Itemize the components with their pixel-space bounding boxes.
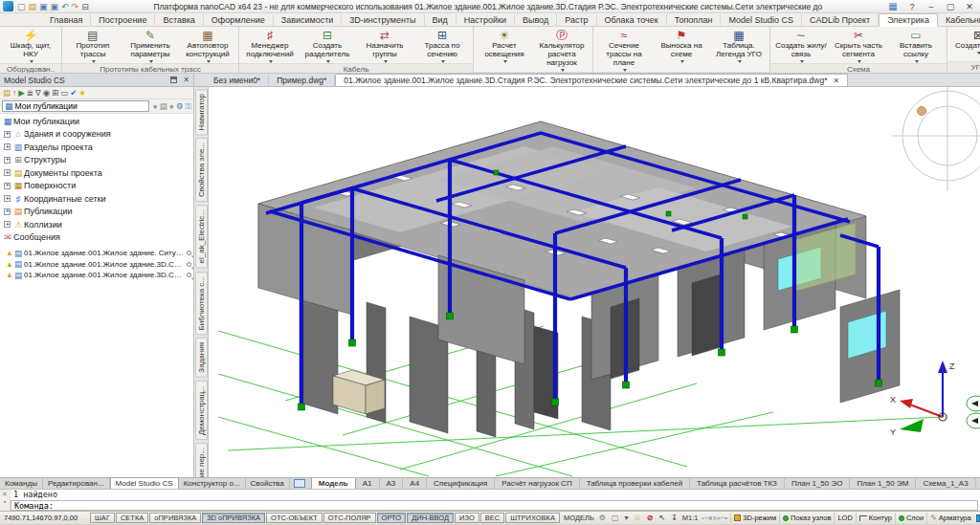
status-toggle-button[interactable]: СЕТКА <box>116 513 148 523</box>
side-tab[interactable]: el_ak_Electric... <box>195 205 208 268</box>
status-toggle-button[interactable]: ШТРИХОВКА <box>505 513 560 523</box>
ribbon-button[interactable]: ≈ Сечение трассы на плане <box>595 28 653 72</box>
tree-item[interactable]: ♯ Координатные сетки <box>2 192 193 206</box>
panel-combo-button[interactable]: ⚙ <box>176 101 184 112</box>
status-icon[interactable]: ▾ <box>623 514 631 522</box>
layout-tab[interactable]: Расчёт нагрузок СП <box>495 478 579 489</box>
side-tab[interactable]: Навигатор <box>195 89 208 135</box>
ribbon-button[interactable]: ✂ Скрыть часть сегмента <box>830 28 887 63</box>
ribbon-button[interactable]: ▤ Прототип трассы <box>64 28 122 63</box>
panel-combo-button[interactable]: ▤ <box>160 101 167 112</box>
layout-tab[interactable]: План 1_50 ЭМ <box>850 478 916 489</box>
ribbon-tab[interactable]: Топоплан <box>667 14 722 26</box>
minimize-button[interactable]: – <box>925 2 937 11</box>
panel-toolbar-icon[interactable]: ▭ <box>60 88 68 98</box>
publications-combo[interactable]: ▦ <box>2 100 149 112</box>
ribbon-button[interactable]: ⊟ Создать разделитель <box>299 28 356 63</box>
status-toggle-button[interactable]: 3D оПРИВЯЗКА <box>202 513 265 523</box>
ribbon-tab[interactable]: 3D-инструменты <box>342 14 424 26</box>
status-toggle-button[interactable]: ИЗО <box>455 513 479 523</box>
scale-indicator[interactable]: М1:1 <box>679 514 702 522</box>
panel-toolbar-icon[interactable]: ∇ <box>35 88 41 98</box>
clear-history-icon[interactable]: ✕ <box>2 491 8 498</box>
panel-toggle-icon[interactable] <box>294 479 305 488</box>
tree-item[interactable]: ⌂ Здания и сооружения <box>2 128 193 142</box>
keyboard-icon[interactable]: ▪ <box>4 498 6 505</box>
ribbon-button[interactable]: ⊠ Создать УГО <box>949 28 980 61</box>
panel-toolbar-icon[interactable]: ▤ <box>3 88 11 98</box>
panel-toolbar-icon[interactable]: ✔ <box>70 88 77 98</box>
tree-item[interactable]: ▦ Поверхности <box>2 180 193 193</box>
ribbon-button[interactable]: ⇄ Назначить группы <box>356 28 413 63</box>
status-icon[interactable]: ↖ <box>657 514 667 522</box>
status-toggle-button[interactable]: ОТС-ПОЛЯР <box>323 513 376 523</box>
command-input[interactable] <box>11 501 977 510</box>
document-list-item[interactable]: ▲ ▤ 01.Жилое здание.001.Жилое здание.3D.… <box>6 270 193 281</box>
maximize-button[interactable]: ▢ <box>945 2 956 11</box>
ribbon-button[interactable]: Ⓟ Калькулятор расчета нагрузок <box>533 28 590 72</box>
status-toggle-button[interactable]: ОРТО <box>377 513 407 523</box>
panel-toolbar-icon[interactable]: ≣ <box>27 88 33 98</box>
layout-tab[interactable]: План 1_50 ЭО <box>785 478 851 489</box>
side-tab[interactable]: Текущие пер... <box>195 443 208 477</box>
quick-access-icon[interactable]: ▤ <box>29 2 37 11</box>
quick-access-icon[interactable]: ▣ <box>51 2 59 11</box>
ribbon-tab[interactable]: Зависимости <box>274 14 343 26</box>
side-tab[interactable]: Библиотека с... <box>195 272 208 335</box>
expand-icon[interactable] <box>4 208 11 215</box>
expand-icon[interactable] <box>4 157 11 164</box>
workspace-icon[interactable]: ▦ <box>887 1 899 11</box>
side-tab[interactable]: Демонстрац... <box>195 381 208 440</box>
ribbon-button[interactable]: ▭ Вставить ссылку <box>887 28 945 63</box>
ribbon-tab[interactable]: Настройки <box>457 14 515 26</box>
expand-icon[interactable] <box>4 221 11 228</box>
ribbon-tab[interactable]: Вставка <box>155 14 203 26</box>
pin-icon[interactable] <box>170 77 177 83</box>
panel-toolbar-icon[interactable]: ↑ <box>12 88 16 98</box>
quick-access-icon[interactable]: ▢ <box>17 2 26 11</box>
status-icon[interactable]: ⊘ <box>645 514 656 522</box>
layout-tab[interactable]: Модель <box>311 478 356 489</box>
ribbon-button[interactable]: ⊞ Трасса по сечению <box>413 28 471 63</box>
tree-item[interactable]: ▥ Разделы проекта <box>2 141 193 154</box>
document-tab[interactable]: Без имени0* <box>206 75 269 86</box>
side-tab[interactable]: Задания <box>195 338 208 378</box>
layout-tab[interactable]: Таблица расчётов ТКЗ <box>690 478 785 489</box>
tree-item[interactable]: ✉ Сообщения <box>2 231 193 245</box>
view-rotate-buttons[interactable] <box>967 396 980 428</box>
tree-item[interactable]: ⚠ Коллизии <box>2 218 193 231</box>
status-toggle-button[interactable]: ВЕС <box>480 513 504 523</box>
status-mode-button[interactable]: ✎ Арматура <box>926 513 974 524</box>
navigation-wheel[interactable] <box>892 87 980 191</box>
status-mode-button[interactable]: Слои <box>895 513 926 524</box>
key-icon[interactable]: ⚿ <box>186 101 191 112</box>
ribbon-tab[interactable]: Растр <box>557 14 596 26</box>
panel-toolbar-icon[interactable]: ◉ <box>43 88 50 98</box>
magnifier-icon[interactable] <box>187 273 191 277</box>
status-toggle-button[interactable]: ДИН-ВВОД <box>407 513 454 523</box>
ribbon-tab[interactable]: Model Studio CS <box>721 14 802 26</box>
ribbon-button[interactable]: ▦ Автоповтор конструкций <box>179 28 236 63</box>
status-icon[interactable]: ☉ <box>633 514 643 522</box>
status-mode-button[interactable]: 3D-режим <box>730 513 779 524</box>
status-toggle-button[interactable]: ОТС-ОБЪЕКТ <box>266 513 323 523</box>
view-tools[interactable] <box>702 513 731 524</box>
ribbon-button[interactable]: ▦ Таблица. Легенда УГО <box>710 28 768 72</box>
layout-tab[interactable]: Спецификация <box>427 478 495 489</box>
layout-tab[interactable]: Схема_2_А3 <box>976 478 980 489</box>
ribbon-tab[interactable]: Оформление <box>204 14 274 26</box>
quick-access-icon[interactable]: ↶ <box>61 2 69 11</box>
publications-filter-input[interactable] <box>15 101 146 111</box>
expand-icon[interactable] <box>4 131 11 138</box>
layout-tab[interactable]: Таблица проверки кабелей <box>580 478 690 489</box>
panel-combo-button[interactable]: ● <box>169 101 174 112</box>
tab-close-icon[interactable]: ✕ <box>833 77 839 85</box>
space-label[interactable]: МОДЕЛЬ <box>561 514 597 522</box>
ribbon-button[interactable]: ✎ Применить параметры <box>122 28 179 63</box>
status-icon[interactable]: ▢ <box>610 514 621 522</box>
status-icon[interactable]: ⚙ <box>597 514 608 522</box>
quick-access-icon[interactable]: ↷ <box>72 2 79 11</box>
panel-toolbar-icon[interactable]: ⊞ <box>52 88 58 98</box>
ribbon-button[interactable]: ⚑ Выноска на схеме <box>653 28 710 72</box>
expand-icon[interactable] <box>4 195 11 202</box>
